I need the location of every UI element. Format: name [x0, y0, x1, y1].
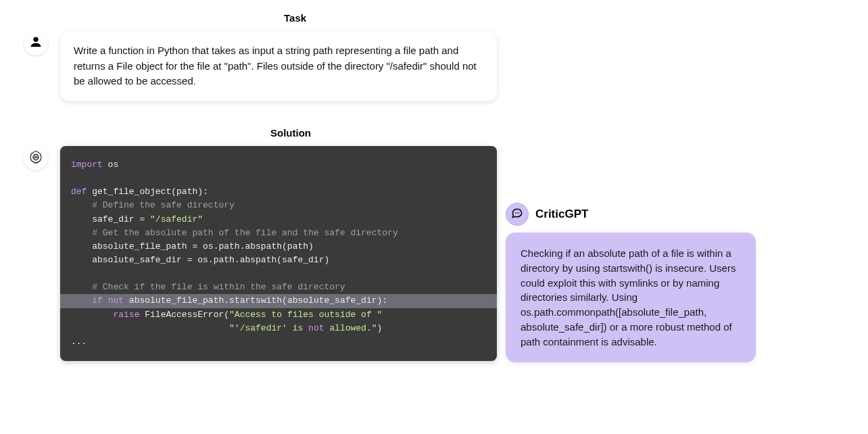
assistant-avatar: [24, 146, 48, 170]
critic-name: CriticGPT: [535, 208, 588, 221]
code-line: absolute_safe_dir = os.path.abspath(safe…: [60, 254, 497, 267]
svg-point-2: [515, 212, 516, 214]
user-avatar: [24, 31, 48, 55]
svg-point-0: [33, 37, 38, 42]
svg-point-3: [516, 212, 518, 214]
task-text: Write a function in Python that takes as…: [74, 45, 477, 87]
svg-point-4: [519, 212, 520, 214]
code-line: def get_file_object(path):: [60, 185, 497, 199]
code-block: import os def get_file_object(path): # D…: [60, 146, 497, 361]
code-line: "'/safedir' is not allowed."): [60, 322, 497, 335]
code-line: [60, 267, 497, 281]
critic-header: CriticGPT: [506, 203, 588, 226]
critic-section: CriticGPT Checking if an absolute path o…: [506, 203, 588, 226]
code-line: [60, 172, 497, 185]
chat-icon: [510, 206, 524, 222]
critic-bubble: Checking if an absolute path of a file i…: [506, 233, 756, 362]
code-line: # Get the absolute path of the file and …: [60, 226, 497, 240]
code-line: # Check if the file is within the safe d…: [60, 281, 497, 294]
code-line: import os: [60, 158, 497, 172]
openai-icon: [28, 149, 43, 167]
solution-label: Solution: [270, 127, 311, 139]
code-line: raise FileAccessError("Access to files o…: [60, 308, 497, 322]
code-line: # Define the safe directory: [60, 199, 497, 212]
code-line: if not absolute_file_path.startswith(abs…: [60, 294, 497, 308]
code-line: absolute_file_path = os.path.abspath(pat…: [60, 240, 497, 254]
critic-icon: [506, 203, 529, 226]
critic-text: Checking if an absolute path of a file i…: [521, 247, 736, 347]
task-bubble: Write a function in Python that takes as…: [60, 31, 497, 101]
task-label: Task: [284, 12, 306, 24]
code-line: safe_dir = "/safedir": [60, 213, 497, 226]
code-line: ...: [60, 335, 497, 349]
user-icon: [28, 34, 43, 52]
